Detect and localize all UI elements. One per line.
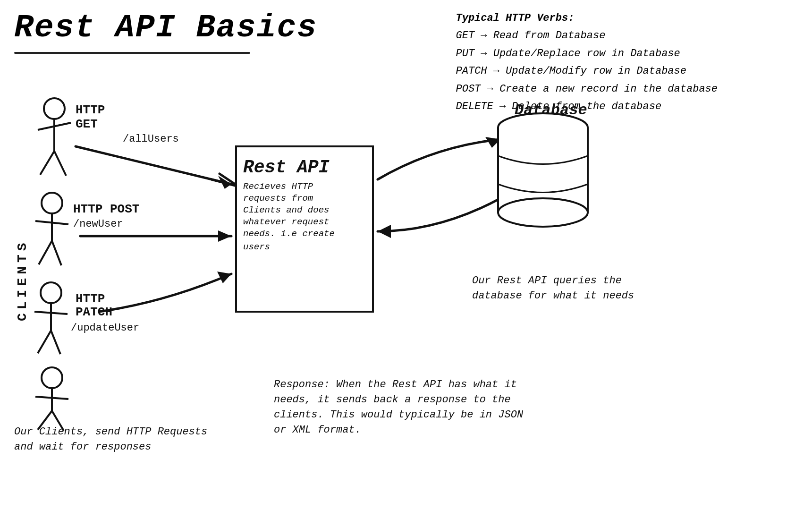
svg-text:/allUsers: /allUsers [123, 133, 179, 145]
svg-text:clients. This would typically : clients. This would typically be in JSON [274, 409, 524, 421]
svg-text:needs, it sends back a respons: needs, it sends back a response to the [274, 394, 511, 406]
svg-text:whatever request: whatever request [243, 217, 329, 227]
svg-marker-29 [217, 272, 231, 283]
svg-point-44 [498, 198, 588, 227]
svg-text:HTTP: HTTP [76, 292, 105, 306]
diagram-svg: CLIENTS HTTP GET /allUsers HTTP POST /ne [0, 0, 812, 510]
svg-line-8 [76, 146, 231, 184]
svg-text:Our Rest API queries the: Our Rest API queries the [472, 275, 622, 287]
svg-text:GET: GET [76, 117, 98, 131]
svg-line-24 [38, 331, 51, 353]
svg-marker-20 [218, 230, 231, 242]
svg-point-54 [42, 367, 62, 388]
page: Rest API Basics Typical HTTP Verbs: GET … [0, 0, 812, 510]
svg-text:users: users [243, 242, 270, 252]
svg-line-16 [52, 241, 61, 265]
svg-point-0 [44, 98, 65, 119]
svg-text:requests from: requests from [243, 193, 313, 204]
svg-text:database for what it needs: database for what it needs [472, 290, 634, 302]
svg-text:Rest API: Rest API [243, 157, 330, 178]
svg-line-56 [35, 397, 68, 399]
svg-text:/newUser: /newUser [73, 218, 123, 230]
svg-text:and wait for responses: and wait for responses [14, 441, 151, 453]
svg-line-25 [51, 331, 60, 354]
svg-text:needs. i.e create: needs. i.e create [243, 229, 335, 239]
svg-text:HTTP POST: HTTP POST [73, 202, 139, 216]
svg-line-23 [34, 312, 68, 314]
svg-text:/updateUser: /updateUser [71, 322, 139, 334]
clients-vertical-label: CLIENTS [15, 239, 30, 321]
svg-line-4 [54, 151, 66, 176]
svg-marker-39 [378, 225, 391, 238]
svg-text:Response: When the Rest API ha: Response: When the Rest API has what it [274, 379, 517, 391]
svg-text:or XML format.: or XML format. [274, 424, 361, 436]
svg-text:HTTP: HTTP [76, 103, 105, 117]
svg-point-21 [41, 282, 61, 303]
svg-point-12 [42, 193, 62, 213]
svg-text:PATCH: PATCH [76, 305, 112, 319]
svg-text:Recieves HTTP: Recieves HTTP [243, 181, 313, 192]
svg-line-15 [39, 241, 52, 264]
svg-text:Our Clients, send HTTP Request: Our Clients, send HTTP Requests [14, 426, 207, 438]
svg-line-3 [40, 151, 54, 175]
svg-text:Database: Database [515, 102, 587, 119]
svg-text:Clients and does: Clients and does [243, 205, 329, 215]
